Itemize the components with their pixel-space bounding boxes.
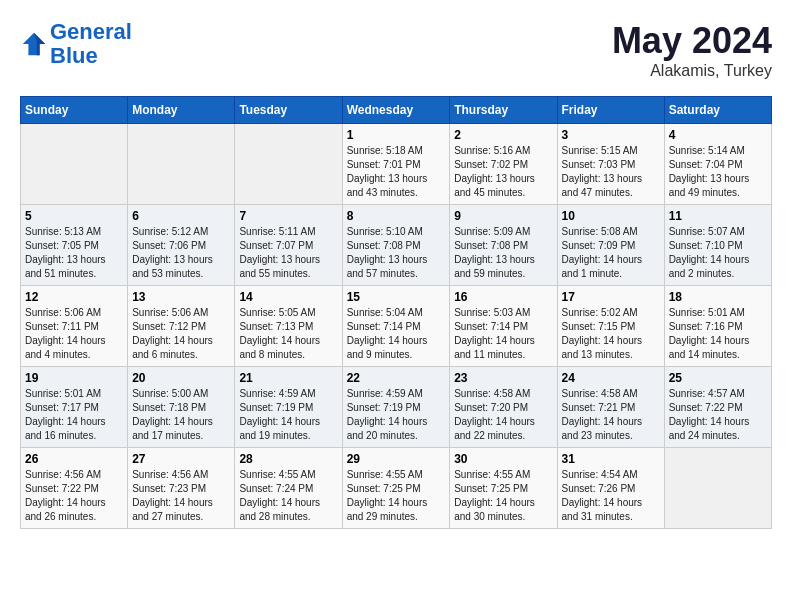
day-detail: Sunrise: 4:58 AMSunset: 7:20 PMDaylight:… — [454, 387, 552, 443]
day-detail: Sunrise: 5:18 AMSunset: 7:01 PMDaylight:… — [347, 144, 446, 200]
day-detail: Sunrise: 5:06 AMSunset: 7:12 PMDaylight:… — [132, 306, 230, 362]
calendar-cell: 2Sunrise: 5:16 AMSunset: 7:02 PMDaylight… — [450, 124, 557, 205]
day-detail: Sunrise: 5:06 AMSunset: 7:11 PMDaylight:… — [25, 306, 123, 362]
calendar-week-row: 19Sunrise: 5:01 AMSunset: 7:17 PMDayligh… — [21, 367, 772, 448]
day-number: 30 — [454, 452, 552, 466]
calendar-cell: 27Sunrise: 4:56 AMSunset: 7:23 PMDayligh… — [128, 448, 235, 529]
day-number: 19 — [25, 371, 123, 385]
calendar-cell: 22Sunrise: 4:59 AMSunset: 7:19 PMDayligh… — [342, 367, 450, 448]
day-detail: Sunrise: 5:09 AMSunset: 7:08 PMDaylight:… — [454, 225, 552, 281]
day-detail: Sunrise: 4:57 AMSunset: 7:22 PMDaylight:… — [669, 387, 767, 443]
calendar-table: SundayMondayTuesdayWednesdayThursdayFrid… — [20, 96, 772, 529]
calendar-cell — [21, 124, 128, 205]
day-detail: Sunrise: 5:13 AMSunset: 7:05 PMDaylight:… — [25, 225, 123, 281]
calendar-cell: 26Sunrise: 4:56 AMSunset: 7:22 PMDayligh… — [21, 448, 128, 529]
calendar-cell: 11Sunrise: 5:07 AMSunset: 7:10 PMDayligh… — [664, 205, 771, 286]
calendar-week-row: 5Sunrise: 5:13 AMSunset: 7:05 PMDaylight… — [21, 205, 772, 286]
day-number: 25 — [669, 371, 767, 385]
day-detail: Sunrise: 5:02 AMSunset: 7:15 PMDaylight:… — [562, 306, 660, 362]
day-number: 29 — [347, 452, 446, 466]
day-detail: Sunrise: 5:00 AMSunset: 7:18 PMDaylight:… — [132, 387, 230, 443]
logo-text: GeneralBlue — [50, 20, 132, 68]
day-number: 9 — [454, 209, 552, 223]
day-detail: Sunrise: 4:55 AMSunset: 7:25 PMDaylight:… — [347, 468, 446, 524]
calendar-week-row: 12Sunrise: 5:06 AMSunset: 7:11 PMDayligh… — [21, 286, 772, 367]
calendar-header: SundayMondayTuesdayWednesdayThursdayFrid… — [21, 97, 772, 124]
day-detail: Sunrise: 5:05 AMSunset: 7:13 PMDaylight:… — [239, 306, 337, 362]
calendar-cell: 30Sunrise: 4:55 AMSunset: 7:25 PMDayligh… — [450, 448, 557, 529]
day-detail: Sunrise: 5:12 AMSunset: 7:06 PMDaylight:… — [132, 225, 230, 281]
day-number: 23 — [454, 371, 552, 385]
day-number: 27 — [132, 452, 230, 466]
calendar-week-row: 26Sunrise: 4:56 AMSunset: 7:22 PMDayligh… — [21, 448, 772, 529]
calendar-cell: 9Sunrise: 5:09 AMSunset: 7:08 PMDaylight… — [450, 205, 557, 286]
calendar-cell: 18Sunrise: 5:01 AMSunset: 7:16 PMDayligh… — [664, 286, 771, 367]
weekday-header: Sunday — [21, 97, 128, 124]
day-detail: Sunrise: 4:56 AMSunset: 7:22 PMDaylight:… — [25, 468, 123, 524]
weekday-header: Thursday — [450, 97, 557, 124]
day-detail: Sunrise: 5:11 AMSunset: 7:07 PMDaylight:… — [239, 225, 337, 281]
calendar-cell: 24Sunrise: 4:58 AMSunset: 7:21 PMDayligh… — [557, 367, 664, 448]
day-number: 21 — [239, 371, 337, 385]
day-number: 28 — [239, 452, 337, 466]
day-number: 20 — [132, 371, 230, 385]
day-detail: Sunrise: 4:59 AMSunset: 7:19 PMDaylight:… — [239, 387, 337, 443]
logo: GeneralBlue — [20, 20, 132, 68]
logo-icon — [20, 30, 48, 58]
calendar-cell: 12Sunrise: 5:06 AMSunset: 7:11 PMDayligh… — [21, 286, 128, 367]
day-number: 17 — [562, 290, 660, 304]
day-number: 11 — [669, 209, 767, 223]
day-detail: Sunrise: 4:55 AMSunset: 7:24 PMDaylight:… — [239, 468, 337, 524]
day-number: 10 — [562, 209, 660, 223]
calendar-cell: 23Sunrise: 4:58 AMSunset: 7:20 PMDayligh… — [450, 367, 557, 448]
weekday-header-row: SundayMondayTuesdayWednesdayThursdayFrid… — [21, 97, 772, 124]
calendar-cell: 29Sunrise: 4:55 AMSunset: 7:25 PMDayligh… — [342, 448, 450, 529]
day-number: 4 — [669, 128, 767, 142]
day-detail: Sunrise: 5:04 AMSunset: 7:14 PMDaylight:… — [347, 306, 446, 362]
calendar-cell: 20Sunrise: 5:00 AMSunset: 7:18 PMDayligh… — [128, 367, 235, 448]
calendar-cell: 25Sunrise: 4:57 AMSunset: 7:22 PMDayligh… — [664, 367, 771, 448]
day-detail: Sunrise: 4:54 AMSunset: 7:26 PMDaylight:… — [562, 468, 660, 524]
calendar-cell: 16Sunrise: 5:03 AMSunset: 7:14 PMDayligh… — [450, 286, 557, 367]
day-detail: Sunrise: 5:14 AMSunset: 7:04 PMDaylight:… — [669, 144, 767, 200]
day-detail: Sunrise: 5:07 AMSunset: 7:10 PMDaylight:… — [669, 225, 767, 281]
calendar-cell: 3Sunrise: 5:15 AMSunset: 7:03 PMDaylight… — [557, 124, 664, 205]
day-detail: Sunrise: 5:01 AMSunset: 7:17 PMDaylight:… — [25, 387, 123, 443]
day-number: 31 — [562, 452, 660, 466]
calendar-cell: 28Sunrise: 4:55 AMSunset: 7:24 PMDayligh… — [235, 448, 342, 529]
calendar-cell: 31Sunrise: 4:54 AMSunset: 7:26 PMDayligh… — [557, 448, 664, 529]
weekday-header: Wednesday — [342, 97, 450, 124]
calendar-cell: 6Sunrise: 5:12 AMSunset: 7:06 PMDaylight… — [128, 205, 235, 286]
calendar-cell: 7Sunrise: 5:11 AMSunset: 7:07 PMDaylight… — [235, 205, 342, 286]
calendar-cell: 5Sunrise: 5:13 AMSunset: 7:05 PMDaylight… — [21, 205, 128, 286]
day-number: 22 — [347, 371, 446, 385]
day-detail: Sunrise: 5:10 AMSunset: 7:08 PMDaylight:… — [347, 225, 446, 281]
calendar-week-row: 1Sunrise: 5:18 AMSunset: 7:01 PMDaylight… — [21, 124, 772, 205]
calendar-cell: 21Sunrise: 4:59 AMSunset: 7:19 PMDayligh… — [235, 367, 342, 448]
calendar-cell: 17Sunrise: 5:02 AMSunset: 7:15 PMDayligh… — [557, 286, 664, 367]
subtitle: Alakamis, Turkey — [612, 62, 772, 80]
day-number: 2 — [454, 128, 552, 142]
calendar-cell — [235, 124, 342, 205]
calendar-cell: 8Sunrise: 5:10 AMSunset: 7:08 PMDaylight… — [342, 205, 450, 286]
day-detail: Sunrise: 4:56 AMSunset: 7:23 PMDaylight:… — [132, 468, 230, 524]
weekday-header: Saturday — [664, 97, 771, 124]
day-detail: Sunrise: 5:16 AMSunset: 7:02 PMDaylight:… — [454, 144, 552, 200]
calendar-cell: 14Sunrise: 5:05 AMSunset: 7:13 PMDayligh… — [235, 286, 342, 367]
calendar-cell — [664, 448, 771, 529]
day-detail: Sunrise: 4:55 AMSunset: 7:25 PMDaylight:… — [454, 468, 552, 524]
calendar-cell: 19Sunrise: 5:01 AMSunset: 7:17 PMDayligh… — [21, 367, 128, 448]
day-number: 6 — [132, 209, 230, 223]
day-number: 12 — [25, 290, 123, 304]
title-block: May 2024 Alakamis, Turkey — [612, 20, 772, 80]
day-number: 7 — [239, 209, 337, 223]
day-number: 15 — [347, 290, 446, 304]
page-header: GeneralBlue May 2024 Alakamis, Turkey — [20, 20, 772, 80]
day-detail: Sunrise: 5:08 AMSunset: 7:09 PMDaylight:… — [562, 225, 660, 281]
day-number: 8 — [347, 209, 446, 223]
day-number: 16 — [454, 290, 552, 304]
calendar-cell — [128, 124, 235, 205]
calendar-cell: 13Sunrise: 5:06 AMSunset: 7:12 PMDayligh… — [128, 286, 235, 367]
calendar-cell: 4Sunrise: 5:14 AMSunset: 7:04 PMDaylight… — [664, 124, 771, 205]
calendar-cell: 1Sunrise: 5:18 AMSunset: 7:01 PMDaylight… — [342, 124, 450, 205]
